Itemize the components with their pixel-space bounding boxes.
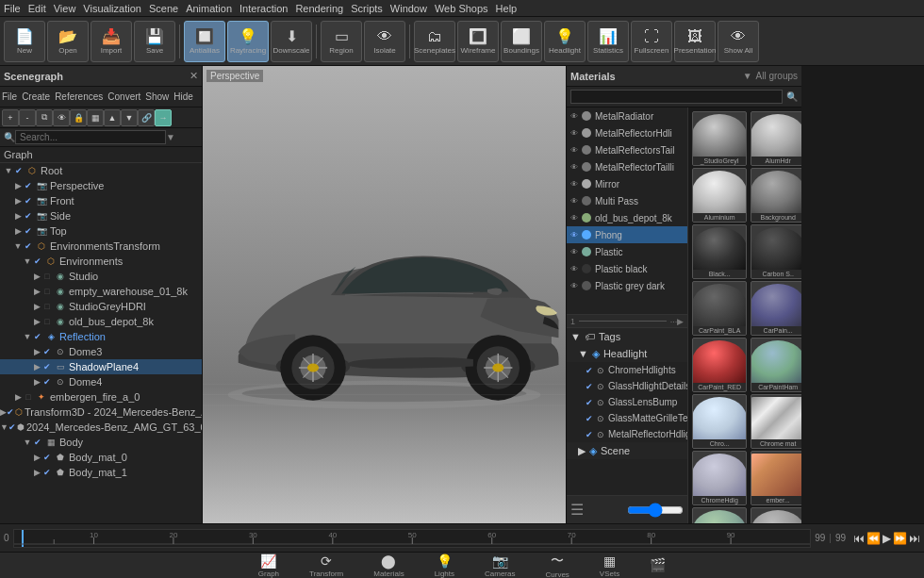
expand-icon[interactable]: ▶	[32, 272, 41, 281]
mat-size-slider[interactable]	[627, 505, 684, 515]
sg-menu-file[interactable]: File	[2, 91, 17, 102]
sg-menu-refs[interactable]: References	[55, 91, 103, 102]
region-button[interactable]: ▭ Region	[321, 21, 362, 62]
menu-view[interactable]: View	[54, 3, 76, 14]
tag-item-glass-lens[interactable]: ✔ ⊙ GlassLensBump	[567, 394, 687, 410]
bottom-btn-materials[interactable]: ⬤ Materials	[368, 553, 409, 578]
tag-item-glass-matte[interactable]: ✔ ⊙ GlassMatteGrilleTex	[567, 410, 687, 426]
check-icon[interactable]: ✔	[41, 467, 53, 478]
tree-item-dome4[interactable]: ▶ ✔ ⊙ Dome4	[0, 374, 202, 389]
mat-thumb-black[interactable]: Black...	[692, 224, 747, 279]
check-icon[interactable]: ✔	[23, 225, 34, 237]
bottom-btn-transform[interactable]: ⟳ Transform	[304, 553, 349, 578]
expand-icon[interactable]: ▼	[23, 438, 32, 447]
mat-item-multi-pass[interactable]: 👁 Multi Pass	[567, 192, 687, 209]
sg-arrow-btn[interactable]: →	[155, 109, 172, 126]
boundings-button[interactable]: ⬜ Boundings	[501, 21, 542, 62]
presentation-button[interactable]: 🖼 Presentation	[674, 21, 716, 62]
tree-item-reflection[interactable]: ▼ ✔ ◈ Reflection	[0, 329, 202, 344]
mat-thumb-engine-alum[interactable]: EngineAlum	[751, 507, 801, 523]
expand-icon[interactable]: ▼	[13, 241, 23, 251]
check-icon[interactable]: ✔	[23, 240, 34, 252]
tree-item-root[interactable]: ▼ ✔ ⬡ Root	[0, 163, 202, 178]
mat-item-plastic-grey-dark[interactable]: 👁 Plastic grey dark	[567, 277, 687, 294]
materials-search-input[interactable]	[570, 90, 783, 104]
mat-item-plastic[interactable]: 👁 Plastic	[567, 243, 687, 260]
mat-thumb-alumhdr[interactable]: AlumHdr	[751, 111, 801, 166]
sg-menu-create[interactable]: Create	[22, 91, 50, 102]
save-button[interactable]: 💾 Save	[134, 21, 175, 62]
tree-item-environments[interactable]: ▼ ✔ ⬡ Environments	[0, 254, 202, 269]
expand-icon[interactable]: ▶	[0, 407, 7, 417]
mat-thumb-studiogreyi[interactable]: _StudioGreyI	[692, 111, 747, 166]
tree-item-mercedes[interactable]: ▼ ✔ ⬢ 2024_Mercedes-Benz_AMG_GT_63_0	[0, 420, 202, 435]
menu-visualization[interactable]: Visualization	[83, 3, 141, 14]
tree-item-empty-warehouse[interactable]: ▶ □ ◉ empty_warehouse_01_8k	[0, 284, 202, 299]
check-icon[interactable]: □	[41, 286, 53, 297]
viewport[interactable]: Perspective	[203, 66, 566, 523]
mat-item-old-bus-depot[interactable]: 👁 old_bus_depot_8k	[567, 209, 687, 226]
menu-window[interactable]: Window	[390, 3, 427, 14]
mat-thumb-chrome-mat[interactable]: Chrome mat	[751, 394, 801, 449]
expand-icon[interactable]: ▶	[13, 196, 23, 206]
sg-del-btn[interactable]: -	[19, 109, 36, 126]
menu-help[interactable]: Help	[496, 3, 518, 14]
expand-icon[interactable]: ▶	[13, 392, 23, 402]
menu-interaction[interactable]: Interaction	[239, 3, 288, 14]
mat-item-metal-reflectors-tail[interactable]: 👁 MetalReflectorsTail	[567, 141, 687, 158]
bottom-btn-curves[interactable]: 〜 Curves	[539, 553, 574, 579]
tree-item-embergen[interactable]: ▶ □ ✦ embergen_fire_a_0	[0, 389, 202, 405]
tree-item-envtransform[interactable]: ▼ ✔ ⬡ EnvironmentsTransform	[0, 239, 202, 254]
play-prev-icon[interactable]: ⏮	[853, 532, 865, 545]
check-icon[interactable]: ✔	[23, 180, 34, 191]
mat-item-metal-radiator[interactable]: 👁 MetalRadiator	[567, 107, 687, 124]
open-button[interactable]: 📂 Open	[47, 21, 89, 62]
wireframe-button[interactable]: 🔳 Wireframe	[457, 21, 499, 62]
check-icon[interactable]: ✔	[41, 452, 53, 463]
tree-item-perspective[interactable]: ▶ ✔ 📷 Perspective	[0, 178, 202, 193]
check-icon[interactable]: ✔	[8, 421, 16, 433]
mat-item-plastic-black[interactable]: 👁 Plastic black	[567, 260, 687, 277]
expand-icon[interactable]: ▶	[32, 453, 41, 462]
mat-item-phong[interactable]: 👁 Phong	[567, 226, 687, 243]
statistics-button[interactable]: 📊 Statistics	[587, 21, 629, 62]
check-icon[interactable]: ✔	[13, 165, 25, 176]
bottom-btn-lights[interactable]: 💡 Lights	[429, 553, 460, 578]
check-icon[interactable]: ✔	[23, 210, 34, 222]
sg-menu-hide[interactable]: Hide	[173, 91, 193, 102]
sg-menu-convert[interactable]: Convert	[107, 91, 140, 102]
fullscreen-button[interactable]: ⛶ Fullscreen	[631, 21, 672, 62]
bottom-btn-vsets[interactable]: ▦ VSets	[594, 553, 625, 578]
tree-item-studio[interactable]: ▶ □ ◉ Studio	[0, 269, 202, 284]
new-button[interactable]: 📄 New	[4, 21, 45, 62]
check-icon[interactable]: ✔	[23, 195, 34, 206]
expand-icon[interactable]: ▶	[32, 362, 41, 372]
sceneplates-button[interactable]: 🗂 Sceneplates	[414, 21, 455, 62]
tag-item-chromedlights[interactable]: ✔ ⊙ ChromeHdlights	[567, 362, 687, 378]
check-icon[interactable]: ✔	[41, 346, 53, 357]
expand-icon[interactable]: ▶	[13, 181, 23, 190]
tree-item-old-bus[interactable]: ▶ □ ◉ old_bus_depot_8k	[0, 314, 202, 329]
menu-webshops[interactable]: Web Shops	[435, 3, 488, 14]
mat-thumb-carpaint[interactable]: CarPain...	[751, 281, 801, 336]
check-icon[interactable]: □	[41, 301, 53, 312]
sg-down-btn[interactable]: ▼	[121, 109, 138, 126]
step-fwd-icon[interactable]: ⏩	[893, 532, 907, 545]
tree-item-dome3[interactable]: ▶ ✔ ⊙ Dome3	[0, 344, 202, 359]
isolate-button[interactable]: 👁 Isolate	[364, 21, 405, 62]
check-icon[interactable]: ✔	[32, 437, 43, 448]
downscale-button[interactable]: ⬇ Downscale	[271, 21, 312, 62]
sg-menu-show[interactable]: Show	[145, 91, 169, 102]
show-all-button[interactable]: 👁 Show All	[718, 21, 759, 62]
tree-item-side[interactable]: ▶ ✔ 📷 Side	[0, 208, 202, 223]
mat-item-metal-reflector-hdli[interactable]: 👁 MetalReflectorHdli	[567, 124, 687, 141]
check-icon[interactable]: □	[41, 271, 53, 282]
mat-thumb-chro[interactable]: Chro...	[692, 394, 747, 449]
sg-close-icon[interactable]: ✕	[190, 70, 198, 82]
tree-item-body-mat0[interactable]: ▶ ✔ ⬟ Body_mat_0	[0, 450, 202, 465]
menu-scene[interactable]: Scene	[149, 3, 178, 14]
search-input[interactable]	[15, 130, 166, 144]
mat-thumb-carpaint-red[interactable]: CarPaint_RED	[692, 338, 747, 392]
expand-icon[interactable]: ▶	[32, 287, 41, 296]
mat-search-icon[interactable]: 🔍	[786, 91, 798, 102]
